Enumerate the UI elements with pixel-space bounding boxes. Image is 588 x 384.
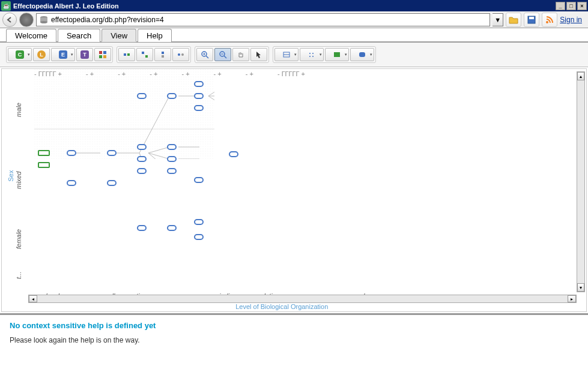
view-opt-4[interactable]: ▾ (350, 48, 374, 61)
svg-rect-10 (124, 53, 126, 56)
titlebar: ☕ Effectopedia Albert J. Leo Edition _ □… (0, 0, 588, 11)
node[interactable] (194, 105, 204, 111)
hand-icon (237, 50, 245, 59)
svg-point-5 (546, 21, 548, 23)
node[interactable] (107, 180, 117, 186)
svg-rect-34 (34, 69, 214, 159)
svg-line-23 (224, 56, 226, 58)
x-axis-title: Level of Biological Organization (235, 303, 328, 310)
tab-search[interactable]: Search (58, 29, 100, 42)
tool-e[interactable]: E▾ (51, 48, 75, 61)
tab-help[interactable]: Help (138, 29, 172, 42)
scroll-down[interactable]: ▾ (577, 283, 584, 292)
svg-rect-9 (103, 55, 106, 58)
node[interactable] (107, 150, 117, 156)
node[interactable] (167, 156, 177, 162)
svg-rect-8 (99, 55, 102, 58)
y-axis-title: Sex (7, 170, 14, 182)
svg-rect-7 (103, 51, 106, 54)
svg-point-28 (312, 53, 314, 54)
tool-t[interactable]: T (76, 48, 93, 61)
tool-layout-3[interactable] (154, 48, 171, 61)
svg-point-29 (309, 56, 311, 57)
horizontal-scrollbar[interactable]: ◂ ▸ (28, 295, 577, 303)
node[interactable] (137, 156, 147, 162)
vertical-scrollbar[interactable]: ▴ ▾ (577, 71, 585, 292)
node[interactable] (67, 150, 76, 156)
svg-rect-11 (127, 53, 130, 56)
zoom-out-button[interactable] (214, 48, 231, 61)
node[interactable] (167, 93, 177, 99)
scroll-up[interactable]: ▴ (577, 72, 584, 80)
maximize-button[interactable]: □ (566, 2, 576, 10)
svg-point-2 (40, 21, 47, 23)
save-button[interactable] (524, 13, 539, 27)
svg-rect-15 (162, 55, 164, 58)
close-button[interactable]: × (577, 2, 587, 10)
view-opt-3[interactable]: ▾ (325, 48, 349, 61)
zoom-in-button[interactable] (196, 48, 213, 61)
svg-rect-14 (162, 52, 164, 54)
node[interactable] (137, 93, 147, 99)
url-dropdown[interactable]: ▼ (493, 13, 503, 26)
svg-rect-13 (145, 55, 148, 58)
svg-point-16 (178, 53, 180, 56)
help-title: No context sensitive help is defined yet (10, 321, 578, 330)
scroll-right[interactable]: ▸ (568, 295, 576, 302)
cursor-icon (255, 50, 262, 59)
workspace: Sex male mixed female t... - ГГГГГ +- +-… (0, 67, 588, 314)
zoom-in-icon (201, 50, 209, 59)
svg-rect-6 (99, 51, 102, 54)
pointer-button[interactable] (250, 48, 267, 61)
tab-view[interactable]: View (102, 29, 136, 42)
back-button[interactable] (2, 13, 17, 27)
node[interactable] (194, 177, 204, 183)
node[interactable] (194, 81, 204, 87)
view-opt-1[interactable]: ▾ (274, 48, 299, 61)
tool-layout-2[interactable] (136, 48, 153, 61)
node[interactable] (194, 234, 204, 240)
arrow-left-icon (6, 16, 13, 23)
signin-link[interactable]: Sign in (560, 16, 582, 24)
grid-background (34, 69, 214, 159)
pan-button[interactable] (232, 48, 249, 61)
tool-layout-4[interactable] (172, 48, 189, 61)
navbar: ▼ Sign in (0, 11, 588, 28)
canvas[interactable]: Sex male mixed female t... - ГГГГГ +- +-… (1, 68, 587, 312)
folder-icon (509, 16, 518, 24)
minimize-button[interactable]: _ (556, 2, 565, 10)
save-icon (527, 16, 536, 24)
svg-rect-31 (334, 52, 340, 57)
view-opt-2[interactable]: ▾ (300, 48, 324, 61)
node[interactable] (194, 93, 204, 99)
node[interactable] (38, 162, 50, 168)
node[interactable] (194, 219, 204, 225)
tool-l[interactable]: L (33, 48, 50, 61)
svg-point-27 (309, 53, 311, 54)
scroll-left[interactable]: ◂ (29, 295, 37, 302)
node[interactable] (137, 168, 147, 174)
tab-welcome[interactable]: Welcome (6, 29, 56, 42)
url-input[interactable] (51, 16, 487, 24)
window-title: Effectopedia Albert J. Leo Edition (13, 2, 556, 10)
help-body: Please look again the help is on the way… (10, 336, 578, 344)
svg-rect-12 (142, 52, 144, 54)
svg-rect-4 (529, 17, 534, 19)
node[interactable] (67, 180, 76, 186)
tool-grid[interactable] (94, 48, 111, 61)
node[interactable] (167, 144, 177, 150)
zoom-out-icon (219, 50, 227, 59)
node[interactable] (167, 168, 177, 174)
node[interactable] (137, 225, 147, 231)
tool-c[interactable]: C▾ (8, 48, 32, 61)
node[interactable] (229, 151, 238, 157)
grid-icon (99, 50, 107, 59)
tool-layout-1[interactable] (118, 48, 135, 61)
open-folder-button[interactable] (506, 13, 521, 27)
feed-button[interactable] (542, 13, 557, 27)
refresh-button[interactable] (19, 13, 34, 27)
svg-point-17 (181, 53, 184, 56)
node[interactable] (167, 225, 177, 231)
node[interactable] (137, 144, 147, 150)
node[interactable] (38, 150, 50, 156)
